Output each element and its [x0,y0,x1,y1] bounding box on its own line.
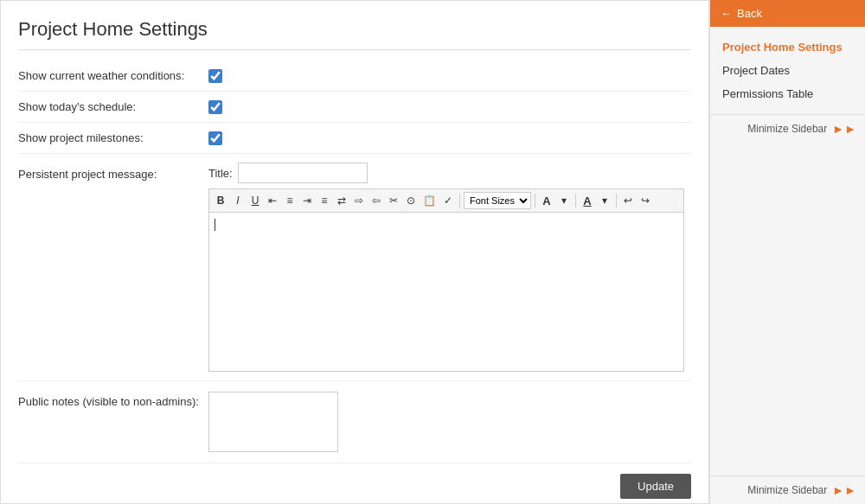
title-field-label: Title: [208,167,233,180]
align-right-button[interactable]: ⇥ [299,192,315,209]
nav-item-permissions-table[interactable]: Permissions Table [710,82,865,105]
minimize-arrow-icon: ►► [832,122,856,136]
outdent-button[interactable]: ⇦ [368,192,384,209]
ordered-list-button[interactable]: ⇄ [334,192,349,209]
milestones-row: Show project milestones: [18,123,691,154]
schedule-checkbox[interactable] [208,100,222,114]
toolbar-sep-4 [616,194,617,207]
minimize-label: Minimize Sidebar [747,123,827,135]
minimize-sidebar-bottom[interactable]: Minimize Sidebar ►► [710,475,865,504]
paste-button[interactable]: 📋 [420,192,439,209]
editor-toolbar: B I U ⇤ ≡ ⇥ ≡ ⇄ ⇨ ⇦ ✂ ⊙ 📋 ✓ Font Si [208,188,684,212]
title-input[interactable] [238,163,368,183]
font-color-button[interactable]: A [539,192,554,209]
main-content: Project Home Settings Show current weath… [0,0,709,504]
title-row: Title: [208,163,684,183]
milestones-checkbox[interactable] [208,131,222,145]
back-button[interactable]: ← Back [710,0,865,27]
milestones-label: Show project milestones: [18,131,208,144]
bg-color-button[interactable]: A [580,192,595,209]
font-color-dropdown[interactable]: ▾ [556,192,572,209]
toolbar-sep-2 [535,194,535,207]
back-arrow-icon: ← [721,7,732,20]
undo-button[interactable]: ↩ [620,192,636,209]
nav-item-project-dates[interactable]: Project Dates [710,59,865,82]
bold-button[interactable]: B [213,192,228,209]
notes-section: Public notes (visible to non-admins): [18,381,691,463]
form-section: Show current weather conditions: Show to… [18,61,691,504]
indent-button[interactable]: ⇨ [351,192,367,209]
sidebar: ← Back Project Home Settings Project Dat… [709,0,865,504]
toolbar-sep-3 [575,194,576,207]
weather-checkbox[interactable] [208,69,222,83]
button-row: Update [18,463,691,504]
weather-row: Show current weather conditions: [18,61,691,92]
minimize-arrow-bottom-icon: ►► [832,483,856,497]
nav-item-project-home[interactable]: Project Home Settings [710,35,865,59]
message-label: Persistent project message: [18,163,208,372]
update-button[interactable]: Update [620,474,691,499]
page-title: Project Home Settings [18,18,691,50]
align-left-button[interactable]: ⇤ [265,192,280,209]
cut-button[interactable]: ✂ [386,192,401,209]
notes-label: Public notes (visible to non-admins): [18,392,208,408]
schedule-label: Show today's schedule: [18,100,208,113]
message-section: Persistent project message: Title: B I U… [18,154,691,381]
minimize-bottom-label: Minimize Sidebar [747,484,827,496]
redo-button[interactable]: ↪ [638,192,653,209]
font-size-select[interactable]: Font Sizes 8 10 12 14 16 18 24 [464,192,531,209]
spellcheck-button[interactable]: ✓ [440,192,456,209]
schedule-row: Show today's schedule: [18,92,691,123]
align-center-button[interactable]: ≡ [282,192,298,209]
copy-button[interactable]: ⊙ [403,192,419,209]
italic-button[interactable]: I [230,192,246,209]
unordered-list-button[interactable]: ≡ [317,192,332,209]
minimize-sidebar-top[interactable]: Minimize Sidebar ►► [710,114,865,143]
editor-area[interactable] [208,212,684,372]
editor-cursor [215,219,215,231]
back-label: Back [737,7,762,20]
underline-button[interactable]: U [247,192,263,209]
notes-textarea[interactable] [208,392,338,452]
sidebar-nav: Project Home Settings Project Dates Perm… [710,27,865,114]
weather-label: Show current weather conditions: [18,69,208,82]
bg-color-dropdown[interactable]: ▾ [597,192,612,209]
message-editor: Title: B I U ⇤ ≡ ⇥ ≡ ⇄ ⇨ ⇦ ✂ ⊙ 📋 [208,163,684,372]
toolbar-sep-1 [459,194,460,207]
